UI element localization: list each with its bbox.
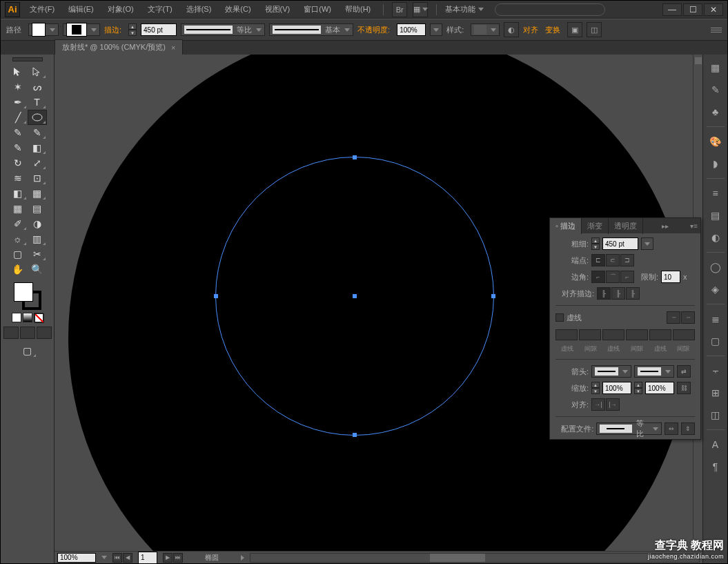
panel-collapse-icon[interactable]: ▸▸ [659, 222, 671, 230]
cap-round-button[interactable]: ⊂ [606, 254, 620, 266]
fill-swatch[interactable] [28, 23, 59, 36]
document-tab[interactable]: 放射线* @ 100% (CMYK/预览) × [55, 39, 183, 55]
options-flyout-icon[interactable] [711, 24, 722, 35]
last-artboard-button[interactable]: ⏭ [173, 553, 183, 563]
menu-file[interactable]: 文件(F) [26, 2, 59, 17]
line-tool[interactable]: ╱ [8, 110, 28, 125]
arrow-scale-end-input[interactable]: 100% [645, 382, 674, 394]
panel-tab-gradient[interactable]: 渐变 [582, 218, 609, 234]
menu-select[interactable]: 选择(S) [182, 2, 216, 17]
gradient-tool[interactable]: ▤ [28, 201, 47, 216]
menu-edit[interactable]: 编辑(E) [64, 2, 98, 17]
first-artboard-button[interactable]: ⏮ [112, 553, 122, 563]
blend-tool[interactable]: ◑ [28, 216, 47, 231]
workspace-switcher[interactable]: 基本功能 [445, 4, 484, 14]
panel-menu-icon[interactable]: ▾≡ [687, 222, 700, 230]
draw-behind-button[interactable] [20, 327, 35, 339]
dash2-input[interactable] [602, 329, 624, 340]
eyedropper-tool[interactable]: ✐ [8, 216, 28, 231]
color-mode-button[interactable] [12, 313, 21, 322]
panel-tab-stroke[interactable]: ◦ 描边 [550, 218, 582, 234]
dash-preserve-button[interactable]: ┄ [667, 311, 680, 324]
hand-tool[interactable]: ✋ [8, 262, 28, 277]
brush-definition-dropdown[interactable]: 基本 [269, 23, 353, 36]
menu-window[interactable]: 窗口(W) [299, 2, 335, 17]
profile-flip-y-button[interactable]: ⇕ [681, 422, 695, 435]
dock-transform-icon[interactable]: ⊞ [707, 384, 725, 402]
graph-tool[interactable]: ▥ [28, 231, 47, 246]
fill-stroke-control[interactable] [14, 282, 41, 310]
dock-character-icon[interactable]: A [707, 436, 725, 454]
stroke-swatch[interactable] [63, 23, 100, 36]
symbol-sprayer-tool[interactable]: ☼ [8, 231, 28, 246]
gap3-input[interactable] [673, 329, 695, 340]
none-mode-button[interactable] [34, 313, 43, 322]
width-tool[interactable]: ≋ [8, 171, 28, 186]
pencil-tool[interactable]: ✎ [28, 125, 47, 140]
arrange-documents-button[interactable]: ▦ [413, 2, 428, 17]
isolate-button[interactable]: ▣ [567, 22, 582, 37]
selection-tool[interactable] [8, 64, 28, 79]
anchor-top-icon[interactable] [353, 155, 357, 159]
dock-layers-icon[interactable]: ≣ [707, 310, 725, 328]
arrow-align-end-button[interactable]: |→ [606, 398, 620, 411]
dock-transparency-icon[interactable]: ◐ [707, 228, 725, 246]
screen-mode-button[interactable]: ▢ [18, 343, 37, 358]
dock-paragraph-icon[interactable]: ¶ [707, 458, 725, 476]
prev-artboard-button[interactable]: ◀ [123, 553, 132, 563]
menu-help[interactable]: 帮助(H) [341, 2, 375, 17]
next-artboard-button[interactable]: ▶ [163, 553, 173, 563]
join-miter-button[interactable]: ⌐ [591, 271, 605, 283]
shape-builder-tool[interactable]: ◧ [8, 186, 28, 201]
dock-brushes-icon[interactable]: ✎ [707, 81, 725, 99]
stroke-profile-dropdown[interactable]: 等比 [181, 23, 265, 36]
zoom-tool[interactable]: 🔍 [28, 262, 47, 277]
profile-flip-x-button[interactable]: ⇔ [665, 422, 678, 435]
dock-gradient-icon[interactable]: ▤ [707, 206, 725, 224]
draw-inside-button[interactable] [37, 327, 52, 339]
transform-label[interactable]: 变换 [545, 25, 560, 35]
panel-tab-transparency[interactable]: 透明度 [609, 218, 643, 234]
select-similar-button[interactable]: ◫ [587, 22, 602, 37]
perspective-grid-tool[interactable]: ▦ [28, 186, 47, 201]
arrow-scale-start-input[interactable]: 100% [602, 382, 631, 394]
gradient-mode-button[interactable] [23, 313, 32, 322]
magic-wand-tool[interactable]: ✶ [8, 79, 28, 95]
dock-align-icon[interactable]: ⫟ [707, 362, 725, 380]
anchor-right-icon[interactable] [491, 294, 495, 298]
cap-projecting-button[interactable]: ⊐ [620, 254, 634, 266]
artboard-tool[interactable]: ▢ [8, 246, 28, 262]
lasso-tool[interactable]: ᔕ [28, 79, 47, 95]
align-stroke-center-button[interactable]: ╟ [597, 287, 611, 300]
arrow-scale-start-stepper[interactable]: ▲▼ [591, 382, 600, 394]
document-tab-close-icon[interactable]: × [171, 43, 175, 52]
type-tool[interactable]: T [28, 95, 47, 110]
pen-tool[interactable]: ✒ [8, 95, 28, 110]
weight-dropdown[interactable] [641, 237, 653, 250]
anchor-bottom-icon[interactable] [353, 433, 357, 437]
ellipse-tool[interactable] [28, 110, 47, 125]
menu-effect[interactable]: 效果(C) [221, 2, 255, 17]
dock-color-icon[interactable]: 🎨 [707, 133, 725, 150]
opacity-dropdown[interactable] [430, 23, 442, 36]
dock-stroke-icon[interactable]: ≡ [707, 184, 725, 202]
dash3-input[interactable] [649, 329, 671, 340]
eraser-tool[interactable]: ◧ [28, 140, 47, 155]
arrow-align-tip-button[interactable]: →| [591, 398, 605, 411]
cap-butt-button[interactable]: ⊏ [591, 254, 605, 266]
arrow-scale-link-button[interactable]: ⛓ [677, 382, 691, 394]
arrow-swap-button[interactable]: ⇄ [677, 365, 691, 378]
limit-input[interactable]: 10 [661, 271, 680, 283]
maximize-button[interactable]: ☐ [683, 3, 702, 16]
horizontal-scrollbar[interactable] [250, 553, 700, 563]
dock-panel-icon[interactable]: ▦ [707, 59, 725, 77]
dock-graphic-styles-icon[interactable]: ◈ [707, 280, 725, 298]
search-input[interactable] [495, 3, 605, 16]
anchor-center-icon[interactable] [353, 294, 357, 298]
arrow-start-dropdown[interactable] [591, 365, 631, 378]
bridge-button[interactable]: Br [392, 2, 407, 17]
dash-align-button[interactable]: ┄ [681, 311, 695, 324]
menu-type[interactable]: 文字(T) [144, 2, 177, 17]
join-round-button[interactable]: ⌒ [606, 271, 620, 283]
align-label[interactable]: 对齐 [523, 25, 538, 35]
